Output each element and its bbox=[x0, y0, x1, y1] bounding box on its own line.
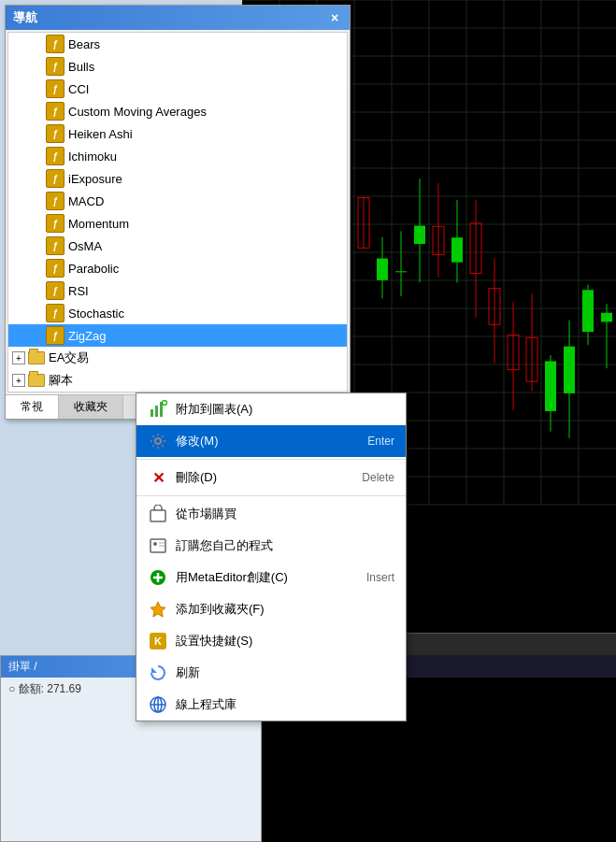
context-divider bbox=[136, 495, 406, 496]
fx-icon: ƒ bbox=[46, 79, 64, 98]
context-item-hotkey[interactable]: K設置快捷鍵(S) bbox=[136, 625, 406, 657]
fx-icon: ƒ bbox=[46, 102, 64, 121]
nav-item-parabolic[interactable]: ƒParabolic bbox=[8, 257, 347, 279]
fx-icon: ƒ bbox=[46, 124, 64, 143]
nav-item-label: ZigZag bbox=[68, 329, 106, 343]
chart-add-icon bbox=[148, 399, 168, 420]
nav-item-rsi[interactable]: ƒRSI bbox=[8, 279, 347, 302]
online-icon bbox=[148, 694, 168, 715]
svg-rect-7 bbox=[150, 510, 165, 521]
fx-icon: ƒ bbox=[46, 259, 64, 278]
script-folder-label: 腳本 bbox=[49, 372, 73, 389]
context-item-create[interactable]: 用MetaEditor創建(C)Insert bbox=[136, 562, 406, 593]
tab-favorites[interactable]: 收藏夾 bbox=[59, 395, 123, 419]
nav-item-osma[interactable]: ƒOsMA bbox=[8, 235, 347, 257]
nav-item-label: Bears bbox=[68, 37, 100, 51]
nav-item-label: Ichimoku bbox=[68, 150, 117, 164]
context-item-delete[interactable]: ✕刪除(D)Delete bbox=[136, 462, 406, 493]
nav-item-label: RSI bbox=[68, 284, 89, 298]
fx-icon: ƒ bbox=[46, 214, 64, 233]
fx-icon: ƒ bbox=[46, 281, 64, 300]
context-item-buy[interactable]: 從市場購買 bbox=[136, 498, 406, 530]
buy-icon bbox=[148, 504, 168, 524]
context-item-shortcut: Enter bbox=[367, 435, 394, 448]
refresh-icon bbox=[148, 663, 168, 683]
fx-icon: ƒ bbox=[46, 35, 64, 53]
tab-normal-view[interactable]: 常視 bbox=[6, 395, 59, 419]
ea-expand-icon[interactable]: + bbox=[12, 351, 25, 364]
nav-item-label: Stochastic bbox=[68, 307, 124, 321]
context-item-label: 添加到收藏夾(F) bbox=[176, 601, 265, 618]
svg-point-9 bbox=[153, 542, 157, 546]
hotkey-icon: K bbox=[148, 631, 168, 651]
navigator-content: ƒBearsƒBullsƒCCIƒCustom Moving Averagesƒ… bbox=[7, 32, 348, 392]
ea-folder-icon bbox=[28, 351, 45, 364]
nav-item-ichimoku[interactable]: ƒIchimoku bbox=[8, 145, 347, 167]
context-menu: 附加到圖表(A)修改(M)Enter✕刪除(D)Delete從市場購買訂購您自己… bbox=[136, 392, 407, 721]
ea-folder-label: EA交易 bbox=[49, 350, 89, 366]
nav-item-bears[interactable]: ƒBears bbox=[8, 33, 347, 55]
script-folder-icon bbox=[28, 374, 45, 387]
nav-item-label: CCI bbox=[68, 82, 89, 96]
script-expand-icon[interactable]: + bbox=[12, 374, 25, 387]
svg-marker-16 bbox=[151, 667, 157, 673]
nav-item-macd[interactable]: ƒMACD bbox=[8, 190, 347, 212]
settings-icon bbox=[148, 431, 168, 451]
ea-folder[interactable]: + EA交易 bbox=[8, 347, 347, 369]
context-item-label: 線上程式庫 bbox=[176, 696, 236, 713]
nav-item-heiken-ashi[interactable]: ƒHeiken Ashi bbox=[8, 122, 347, 145]
context-item-label: 從市場購買 bbox=[176, 506, 236, 522]
context-item-label: 設置快捷鍵(S) bbox=[176, 633, 252, 649]
navigator-close-button[interactable]: × bbox=[327, 10, 342, 25]
nav-item-stochastic[interactable]: ƒStochastic bbox=[8, 302, 347, 324]
favorites-icon bbox=[148, 599, 168, 620]
context-item-online[interactable]: 線上程式庫 bbox=[136, 689, 406, 721]
nav-item-custom-moving-averages[interactable]: ƒCustom Moving Averages bbox=[8, 100, 347, 122]
context-item-subscribe[interactable]: 訂購您自己的程式 bbox=[136, 530, 406, 562]
fx-icon: ƒ bbox=[46, 57, 64, 76]
fx-icon: ƒ bbox=[46, 304, 64, 322]
balance-value: 餘額: 271.69 bbox=[19, 682, 81, 695]
context-item-shortcut: Insert bbox=[366, 571, 394, 584]
context-divider bbox=[136, 459, 406, 460]
context-item-shortcut: Delete bbox=[362, 471, 394, 484]
context-item-settings[interactable]: 修改(M)Enter bbox=[136, 425, 406, 457]
nav-item-iexposure[interactable]: ƒiExposure bbox=[8, 167, 347, 190]
nav-item-zigzag[interactable]: ƒZigZag bbox=[8, 324, 347, 347]
context-item-label: 修改(M) bbox=[176, 433, 219, 450]
fx-icon: ƒ bbox=[46, 192, 64, 210]
navigator-title: 導航 bbox=[13, 9, 37, 26]
context-item-label: 訂購您自己的程式 bbox=[176, 537, 273, 554]
fx-icon: ƒ bbox=[46, 326, 64, 345]
navigator-items-list: ƒBearsƒBullsƒCCIƒCustom Moving Averagesƒ… bbox=[8, 33, 347, 347]
delete-icon: ✕ bbox=[148, 467, 168, 488]
nav-item-cci[interactable]: ƒCCI bbox=[8, 78, 347, 100]
nav-item-label: MACD bbox=[68, 194, 104, 208]
context-item-label: 附加到圖表(A) bbox=[176, 401, 252, 418]
navigator-titlebar: 導航 × bbox=[6, 6, 350, 30]
subscribe-icon bbox=[148, 535, 168, 556]
bottom-title: 掛單 / bbox=[8, 659, 37, 675]
svg-rect-1 bbox=[155, 406, 158, 417]
nav-item-label: Custom Moving Averages bbox=[68, 105, 207, 119]
fx-icon: ƒ bbox=[46, 169, 64, 188]
context-item-favorites[interactable]: 添加到收藏夾(F) bbox=[136, 593, 406, 625]
context-item-label: 刪除(D) bbox=[176, 469, 217, 486]
nav-item-bulls[interactable]: ƒBulls bbox=[8, 55, 347, 78]
context-item-label: 刷新 bbox=[176, 664, 200, 681]
fx-icon: ƒ bbox=[46, 236, 64, 255]
nav-item-label: OsMA bbox=[68, 239, 102, 253]
navigator-panel: 導航 × ƒBearsƒBullsƒCCIƒCustom Moving Aver… bbox=[5, 5, 351, 420]
nav-item-label: Parabolic bbox=[68, 262, 119, 276]
script-folder[interactable]: + 腳本 bbox=[8, 369, 347, 392]
nav-item-label: iExposure bbox=[68, 172, 122, 186]
nav-item-label: Momentum bbox=[68, 217, 129, 231]
create-icon bbox=[148, 567, 168, 588]
svg-point-6 bbox=[155, 438, 161, 444]
nav-item-momentum[interactable]: ƒMomentum bbox=[8, 212, 347, 235]
context-item-refresh[interactable]: 刷新 bbox=[136, 657, 406, 689]
context-item-label: 用MetaEditor創建(C) bbox=[176, 569, 288, 586]
fx-icon: ƒ bbox=[46, 147, 64, 165]
nav-item-label: Bulls bbox=[68, 60, 94, 74]
context-item-chart-add[interactable]: 附加到圖表(A) bbox=[136, 393, 406, 425]
